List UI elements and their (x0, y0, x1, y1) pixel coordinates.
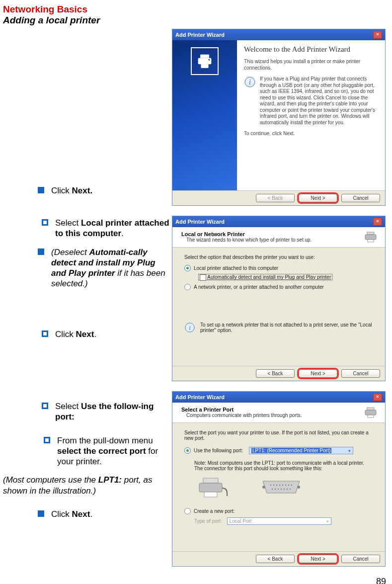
wizard-sidebar (172, 40, 237, 190)
svg-point-3 (209, 59, 210, 61)
svg-point-23 (282, 485, 283, 486)
wizard-heading: Welcome to the Add Printer Wizard (244, 45, 377, 54)
wizard-head-title: Select a Printer Port (181, 407, 302, 413)
svg-point-29 (278, 489, 279, 490)
instruction-text: Click Next. (55, 329, 96, 339)
info-icon: i (244, 76, 256, 126)
back-button[interactable]: < Back (256, 555, 295, 563)
chevron-down-icon: ▾ (348, 448, 351, 453)
wizard-prompt: Select the port you want your printer to… (184, 430, 373, 441)
instruction-text: Click Next. (51, 185, 92, 196)
wizard-continue: To continue, click Next. (244, 131, 377, 137)
close-icon[interactable]: × (373, 393, 382, 401)
wizard-titlebar: Add Printer Wizard × (172, 392, 385, 403)
port-type-select: Local Port ▾ (227, 517, 331, 525)
next-button[interactable]: Next > (299, 194, 337, 202)
radio-use-port[interactable]: Use the following port: LPT1: (Recommend… (184, 447, 353, 454)
svg-point-27 (272, 489, 273, 490)
printer-connector-icon (194, 476, 229, 501)
close-icon[interactable]: × (373, 31, 382, 39)
info-icon: i (184, 322, 195, 334)
svg-point-21 (276, 485, 277, 486)
printer-icon (363, 231, 378, 243)
back-button: < Back (256, 194, 295, 202)
printer-icon (191, 47, 219, 75)
svg-point-26 (291, 485, 292, 486)
wizard-title: Add Printer Wizard (175, 394, 225, 400)
wizard-head-subtitle: Computers communicate with printers thro… (186, 413, 302, 418)
checkbox-auto-detect[interactable]: Automatically detect and install my Plug… (198, 274, 373, 281)
svg-text:i: i (189, 325, 191, 332)
svg-point-31 (284, 489, 285, 490)
instruction-text: Select Local printer attached to this co… (55, 218, 172, 239)
instruction-text: From the pull-down menu select the corre… (57, 435, 172, 467)
close-icon[interactable]: × (373, 218, 382, 226)
radio-icon (184, 508, 191, 514)
radio-icon (184, 284, 191, 290)
instruction-item: From the pull-down menu select the corre… (44, 435, 172, 467)
radio-icon (184, 265, 191, 271)
svg-rect-6 (367, 232, 374, 235)
wizard-tip: To set up a network printer that is not … (200, 322, 373, 333)
wizard-select-port: Add Printer Wizard × Select a Printer Po… (172, 391, 386, 567)
svg-point-17 (262, 486, 265, 489)
svg-point-22 (279, 485, 280, 486)
svg-point-19 (270, 485, 271, 486)
svg-point-25 (288, 485, 289, 486)
cancel-button[interactable]: Cancel (341, 369, 380, 378)
radio-local-printer[interactable]: Local printer attached to this computer (184, 265, 278, 271)
cancel-button[interactable]: Cancel (341, 555, 380, 563)
next-button[interactable]: Next > (299, 555, 337, 563)
wizard-local-network: Add Printer Wizard × Local or Network Pr… (172, 216, 386, 381)
wizard-welcome: Add Printer Wizard × Welcome to the Add … (172, 29, 386, 206)
radio-label: Use the following port: (194, 448, 243, 453)
bullet-icon (44, 437, 50, 443)
wizard-titlebar: Add Printer Wizard × (172, 29, 385, 40)
wizard-title: Add Printer Wizard (175, 32, 225, 38)
bullet-icon (42, 403, 48, 409)
svg-point-32 (287, 489, 288, 490)
instruction-item: Click Next. (42, 329, 172, 339)
bullet-icon (38, 510, 44, 517)
svg-rect-8 (368, 240, 374, 242)
wizard-intro: This wizard helps you install a printer … (244, 59, 377, 71)
port-type-label: Type of port: (194, 518, 222, 524)
radio-icon (184, 447, 191, 454)
svg-rect-1 (198, 58, 212, 64)
svg-rect-14 (203, 478, 218, 483)
radio-label: A network printer, or a printer attached… (194, 284, 324, 290)
port-select[interactable]: LPT1: (Recommended Printer Port) ▾ (249, 447, 353, 454)
checkbox-label: Automatically detect and install my Plug… (207, 274, 331, 280)
wizard-prompt: Select the option that describes the pri… (184, 254, 373, 260)
svg-rect-13 (368, 415, 374, 417)
port-note2: The connector for this port should look … (194, 466, 373, 471)
page-section-title: Networking Basics (3, 4, 386, 15)
next-button[interactable]: Next > (299, 369, 337, 378)
back-button[interactable]: < Back (256, 369, 295, 378)
svg-point-28 (275, 489, 276, 490)
port-select-value: LPT1: (Recommended Printer Port) (251, 448, 331, 453)
instruction-item: Click Next. (38, 185, 92, 196)
instruction-text: Click Next. (51, 509, 92, 519)
svg-rect-16 (204, 492, 217, 497)
radio-create-port[interactable]: Create a new port: (184, 508, 235, 514)
svg-text:i: i (249, 79, 251, 86)
svg-point-33 (290, 489, 291, 490)
wizard-titlebar: Add Printer Wizard × (172, 216, 385, 227)
bullet-icon (42, 219, 48, 226)
wizard-head-title: Local or Network Printer (181, 231, 312, 237)
checkbox-icon (200, 274, 206, 281)
radio-network-printer[interactable]: A network printer, or a printer attached… (184, 284, 324, 290)
svg-point-30 (281, 489, 282, 490)
svg-rect-11 (367, 408, 374, 410)
radio-label: Local printer attached to this computer (194, 265, 278, 271)
svg-rect-15 (199, 483, 222, 492)
instruction-item: (Deselect Automati-cally detect and inst… (38, 247, 172, 289)
bullet-icon (38, 187, 44, 193)
instruction-note: (Most computers use the LPT1: port, as s… (3, 475, 152, 495)
instruction-item: Select Use the follow-ing port: (42, 401, 172, 422)
instruction-item: Select Local printer attached to this co… (42, 218, 172, 239)
radio-label: Create a new port: (194, 508, 235, 514)
cancel-button[interactable]: Cancel (341, 194, 380, 202)
wizard-head-subtitle: The wizard needs to know which type of p… (186, 237, 312, 243)
